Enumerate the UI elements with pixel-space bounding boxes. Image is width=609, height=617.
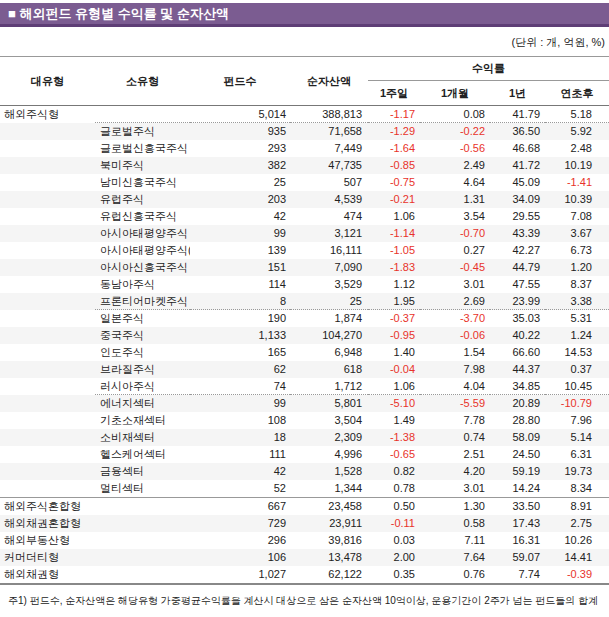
cell-net-assets: 3,529 (290, 276, 368, 293)
cell-return-ytd: 8.34 (545, 480, 609, 497)
cell-return-1w: 0.03 (368, 532, 420, 549)
cell-subcategory: 프론티어마켓주식 (95, 293, 190, 310)
cell-return-ytd: 10.45 (545, 378, 609, 395)
cell-return-1m: 7.98 (420, 361, 490, 378)
cell-return-1y: 41.79 (490, 106, 545, 123)
table-row: 러시아주식741,7121.064.0434.8510.45 (0, 378, 609, 395)
cell-return-1m: 2.49 (420, 157, 490, 174)
cell-return-ytd: 5.92 (545, 123, 609, 140)
cell-return-1w: 0.78 (368, 480, 420, 497)
cell-category (0, 225, 95, 242)
cell-return-1m: 0.08 (420, 106, 490, 123)
cell-net-assets: 7,090 (290, 259, 368, 276)
unit-note: (단위 : 개, 억원, %) (0, 36, 605, 49)
table-row: 멀티섹터521,3440.783.0114.248.34 (0, 480, 609, 498)
cell-subcategory: 아시아태평양주식 (95, 225, 190, 242)
cell-category (0, 446, 95, 463)
cell-subcategory (95, 515, 190, 532)
cell-return-ytd: 2.48 (545, 140, 609, 157)
cell-return-ytd: -10.79 (545, 395, 609, 412)
cell-category (0, 378, 95, 395)
cell-fund-count: 382 (190, 157, 290, 174)
table-row: 중국주식1,133104,270-0.95-0.0640.221.24 (0, 327, 609, 344)
cell-return-ytd: 1.20 (545, 259, 609, 276)
cell-return-1y: 16.31 (490, 532, 545, 549)
table-row: 해외채권형1,02762,1220.350.767.74-0.39 (0, 566, 609, 583)
cell-return-1w: -1.64 (368, 140, 420, 157)
table-row: 브라질주식62618-0.047.9844.370.37 (0, 361, 609, 378)
table-row: 커머더티형10613,4782.007.6459.0714.41 (0, 549, 609, 566)
cell-return-1w: -0.75 (368, 174, 420, 191)
cell-return-1y: 58.09 (490, 429, 545, 446)
header-fund-count: 펀드수 (190, 57, 290, 105)
cell-subcategory: 글로벌주식 (95, 123, 190, 140)
cell-category: 해외부동산형 (0, 532, 95, 549)
table-row: 글로벌신흥국주식2937,449-1.64-0.5646.682.48 (0, 140, 609, 157)
cell-fund-count: 139 (190, 242, 290, 259)
table-header: 대유형 소유형 펀드수 순자산액 수익률 1주일 1개월 1년 연초후 (0, 56, 609, 106)
cell-net-assets: 1,528 (290, 463, 368, 480)
cell-return-ytd: 1.24 (545, 327, 609, 344)
cell-category (0, 208, 95, 225)
header-subcategory: 소유형 (95, 57, 190, 105)
cell-fund-count: 106 (190, 549, 290, 566)
cell-subcategory: 유럽신흥국주식 (95, 208, 190, 225)
cell-category (0, 157, 95, 174)
cell-return-1m: 7.64 (420, 549, 490, 566)
cell-return-1m: 1.31 (420, 191, 490, 208)
cell-net-assets: 1,874 (290, 310, 368, 327)
table-row: 남미신흥국주식25507-0.754.6445.09-1.41 (0, 174, 609, 191)
table-row: 아시아신흥국주식1517,090-1.83-0.4544.791.20 (0, 259, 609, 276)
cell-return-1y: 14.24 (490, 480, 545, 497)
cell-category (0, 140, 95, 157)
cell-return-ytd: 5.14 (545, 429, 609, 446)
cell-return-ytd: 0.37 (545, 361, 609, 378)
cell-return-ytd: 5.18 (545, 106, 609, 123)
cell-fund-count: 108 (190, 412, 290, 429)
cell-category: 해외주식형 (0, 106, 95, 123)
cell-category (0, 123, 95, 140)
cell-return-1m: -0.45 (420, 259, 490, 276)
cell-category (0, 242, 95, 259)
cell-fund-count: 74 (190, 378, 290, 395)
cell-return-1m: 0.74 (420, 429, 490, 446)
cell-net-assets: 47,735 (290, 157, 368, 174)
cell-return-ytd: 8.37 (545, 276, 609, 293)
cell-net-assets: 104,270 (290, 327, 368, 344)
cell-return-1m: 0.27 (420, 242, 490, 259)
cell-return-1w: -1.38 (368, 429, 420, 446)
cell-return-1m: -0.06 (420, 327, 490, 344)
cell-return-1y: 35.03 (490, 310, 545, 327)
cell-return-1y: 33.50 (490, 498, 545, 515)
header-category: 대유형 (0, 57, 95, 105)
cell-return-1y: 44.79 (490, 259, 545, 276)
cell-net-assets: 4,996 (290, 446, 368, 463)
page-title: ■ 해외펀드 유형별 수익률 및 순자산액 (8, 6, 229, 21)
cell-category (0, 412, 95, 429)
cell-net-assets: 2,309 (290, 429, 368, 446)
cell-subcategory: 일본주식 (95, 310, 190, 327)
cell-return-ytd: 6.73 (545, 242, 609, 259)
header-return-1y: 1년 (490, 81, 545, 105)
cell-return-1m: -3.70 (420, 310, 490, 327)
cell-return-1m: 0.58 (420, 515, 490, 532)
cell-return-1y: 28.80 (490, 412, 545, 429)
cell-return-1y: 59.07 (490, 549, 545, 566)
cell-return-1w: 1.40 (368, 344, 420, 361)
cell-return-1y: 36.50 (490, 123, 545, 140)
table-body: 해외주식형5,014388,813-1.170.0841.795.18글로벌주식… (0, 106, 609, 585)
cell-return-1w: -0.65 (368, 446, 420, 463)
cell-fund-count: 296 (190, 532, 290, 549)
cell-subcategory: 소비재섹터 (95, 429, 190, 446)
cell-net-assets: 39,816 (290, 532, 368, 549)
table-row: 해외주식혼합형66723,4580.501.3033.508.91 (0, 498, 609, 515)
cell-return-1m: 2.51 (420, 446, 490, 463)
cell-return-1m: 2.69 (420, 293, 490, 310)
cell-net-assets: 5,801 (290, 395, 368, 412)
header-returns-group: 수익률 (368, 57, 609, 81)
cell-return-1w: -0.85 (368, 157, 420, 174)
cell-net-assets: 507 (290, 174, 368, 191)
header-return-1m: 1개월 (420, 81, 490, 105)
cell-category (0, 191, 95, 208)
cell-return-1w: 0.50 (368, 498, 420, 515)
